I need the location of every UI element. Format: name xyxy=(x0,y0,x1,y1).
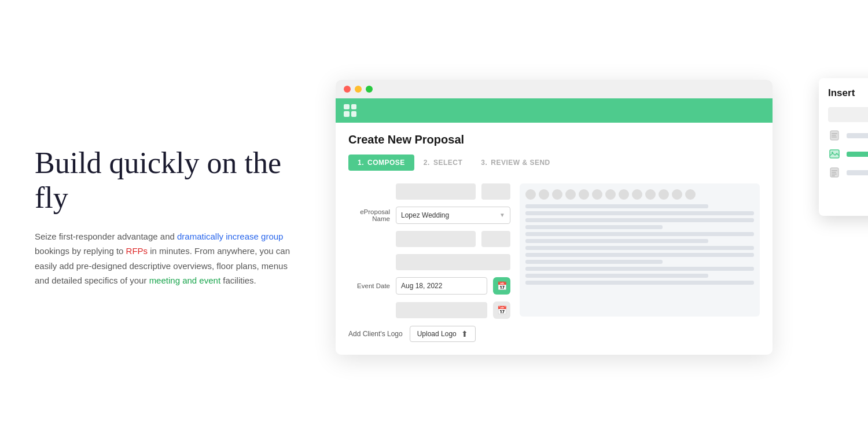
form-label-eproposal: eProposal Name xyxy=(348,208,390,222)
form-right xyxy=(520,183,760,342)
svg-rect-10 xyxy=(832,175,835,176)
doc-line-9 xyxy=(525,260,663,264)
doc-toolbar-dot-10 xyxy=(645,189,656,200)
form-placeholder-1[interactable] xyxy=(396,183,476,200)
open-btn-container: OPEN xyxy=(828,188,868,207)
form-row-4 xyxy=(348,254,510,270)
svg-rect-2 xyxy=(832,135,836,136)
main-heading: Build quickly on the fly xyxy=(35,146,301,215)
event-date-input[interactable]: Aug 18, 2022 xyxy=(396,277,487,295)
doc-toolbar-dot-7 xyxy=(605,189,616,200)
dropdown-arrow-eproposal: ▼ xyxy=(499,212,505,218)
form-row-3 xyxy=(348,231,510,247)
insert-item-3[interactable] xyxy=(828,166,868,179)
doc-line-8 xyxy=(525,253,754,257)
form-row-event-date: Event Date Aug 18, 2022 📅 xyxy=(348,277,510,295)
steps-bar: 1. COMPOSE 2. SELECT 3. REVIEW & SEND xyxy=(348,155,760,171)
svg-rect-1 xyxy=(832,133,837,134)
insert-items xyxy=(828,129,868,179)
doc-line-11 xyxy=(525,274,708,278)
step-3-label: REVIEW & SEND xyxy=(491,159,550,167)
form-label-event-date: Event Date xyxy=(348,282,390,289)
event-date-value: Aug 18, 2022 xyxy=(401,282,442,290)
minimize-dot[interactable] xyxy=(355,86,362,93)
step-1-label: COMPOSE xyxy=(367,159,405,167)
doc-toolbar-dot-6 xyxy=(592,189,602,200)
doc-toolbar-dot-11 xyxy=(659,189,669,200)
doc-line-2 xyxy=(525,211,754,215)
doc-content-lines xyxy=(525,204,754,285)
step-compose[interactable]: 1. COMPOSE xyxy=(348,155,414,171)
upload-icon: ⬆ xyxy=(461,329,468,339)
insert-item-2[interactable] xyxy=(828,148,868,160)
document-icon xyxy=(828,129,841,142)
doc-toolbar-dot-4 xyxy=(565,189,576,200)
doc-toolbar-dot-12 xyxy=(672,189,682,200)
doc-toolbar-dot-9 xyxy=(632,189,642,200)
image-icon xyxy=(828,148,841,160)
insert-item-1[interactable] xyxy=(828,129,868,142)
step-select[interactable]: 2. SELECT xyxy=(414,155,472,171)
doc-line-10 xyxy=(525,267,754,271)
list-icon xyxy=(828,166,841,179)
step-1-num: 1. xyxy=(358,159,364,167)
close-dot[interactable] xyxy=(344,86,351,93)
step-review[interactable]: 3. REVIEW & SEND xyxy=(472,155,560,171)
doc-toolbar-dot-5 xyxy=(579,189,589,200)
highlight-blue: dramatically increase group xyxy=(177,231,283,241)
grid-cell-1 xyxy=(344,104,350,110)
step-2-label: SELECT xyxy=(433,159,462,167)
doc-toolbar-dot-1 xyxy=(525,189,536,200)
description: Seize first-responder advantage and dram… xyxy=(35,229,301,288)
step-3-num: 3. xyxy=(481,159,487,167)
svg-rect-9 xyxy=(832,174,837,175)
calendar-icon[interactable]: 📅 xyxy=(493,277,510,295)
form-placeholder-6[interactable] xyxy=(396,302,487,318)
doc-toolbar-dot-8 xyxy=(619,189,629,200)
doc-preview xyxy=(520,183,760,317)
insert-title: Insert xyxy=(828,87,855,99)
form-row-6: 📅 xyxy=(348,301,510,319)
logo-row: Add Client's Logo Upload Logo ⬆ xyxy=(348,326,510,342)
upload-logo-button[interactable]: Upload Logo ⬆ xyxy=(410,326,476,342)
maximize-dot[interactable] xyxy=(366,86,373,93)
proposal-title: Create New Proposal xyxy=(348,133,760,146)
svg-rect-8 xyxy=(832,172,836,173)
doc-line-6 xyxy=(525,239,708,243)
doc-line-3 xyxy=(525,218,754,222)
doc-line-5 xyxy=(525,232,754,236)
doc-line-4 xyxy=(525,225,663,229)
grid-cell-2 xyxy=(351,104,357,110)
svg-rect-7 xyxy=(832,170,837,171)
eproposal-name-value: Lopez Wedding xyxy=(401,211,449,219)
svg-rect-3 xyxy=(832,137,837,138)
doc-toolbar-dot-2 xyxy=(539,189,549,200)
grid-cell-4 xyxy=(351,111,357,117)
insert-item-bar-2 xyxy=(847,152,868,157)
form-left: eProposal Name Lopez Wedding ▼ xyxy=(348,183,510,342)
browser-content: Create New Proposal 1. COMPOSE 2. SELECT… xyxy=(336,123,773,355)
upload-logo-label: Upload Logo xyxy=(417,330,457,338)
highlight-green: meeting and event xyxy=(149,275,220,285)
insert-dropdown[interactable] xyxy=(828,107,868,122)
doc-line-1 xyxy=(525,204,708,208)
browser-titlebar xyxy=(336,80,773,98)
doc-line-7 xyxy=(525,246,754,250)
form-row-1 xyxy=(348,183,510,200)
form-dropdown-placeholder-3[interactable] xyxy=(481,231,510,247)
grid-icon[interactable] xyxy=(344,104,356,117)
form-placeholder-4[interactable] xyxy=(396,254,510,270)
doc-toolbar xyxy=(525,189,754,200)
eproposal-name-input[interactable]: Lopez Wedding ▼ xyxy=(396,207,510,224)
form-dropdown-placeholder-1[interactable] xyxy=(481,183,510,200)
doc-toolbar-dot-3 xyxy=(552,189,562,200)
calendar-icon-gray[interactable]: 📅 xyxy=(493,301,510,319)
insert-header: Insert × xyxy=(828,87,868,99)
doc-toolbar-dot-13 xyxy=(685,189,696,200)
left-content: Build quickly on the fly Seize first-res… xyxy=(35,146,336,288)
form-placeholder-3[interactable] xyxy=(396,231,476,247)
form-area: eProposal Name Lopez Wedding ▼ xyxy=(348,183,760,342)
insert-item-bar-3 xyxy=(847,170,868,175)
logo-row-label: Add Client's Logo xyxy=(348,330,403,338)
step-2-num: 2. xyxy=(424,159,430,167)
